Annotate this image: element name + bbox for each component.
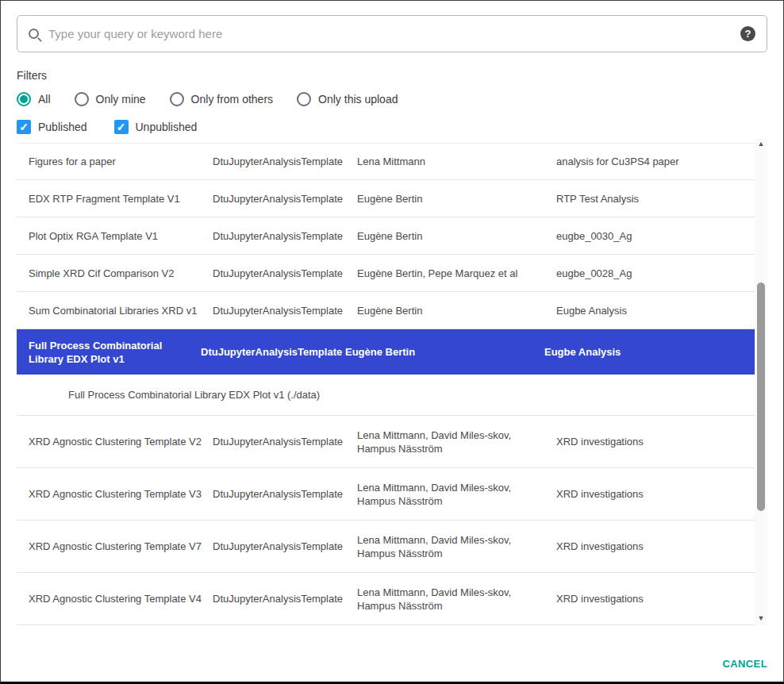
radio-label: Only mine (96, 93, 146, 106)
row-template: DtuJupyterAnalysisTemplate (201, 345, 345, 359)
radio-only-mine[interactable]: Only mine (75, 92, 146, 106)
row-name: XRD Agnostic Clustering Template V7 (17, 540, 213, 553)
entry-select-dialog: ? Filters All Only mine Only from others… (0, 0, 784, 684)
table-row[interactable]: XRD Agnostic Clustering Template V7 DtuJ… (17, 521, 755, 573)
row-upload: Eugbe Analysis (556, 304, 755, 317)
checkbox-checked-icon: ✓ (114, 120, 129, 134)
row-template: DtuJupyterAnalysisTemplate (213, 267, 357, 280)
checkbox-published[interactable]: ✓ Published (17, 120, 87, 134)
subrow-label: Full Process Combinatorial Library EDX P… (17, 389, 320, 401)
row-name: Full Process Combinatorial Library EDX P… (17, 339, 201, 366)
row-upload: analysis for Cu3PS4 paper (556, 155, 755, 168)
radio-all[interactable]: All (17, 92, 51, 106)
radio-label: Only from others (191, 93, 273, 106)
table-row[interactable]: Sum Combinatorial Libraries XRD v1 DtuJu… (17, 292, 755, 329)
row-name: Sum Combinatorial Libraries XRD v1 (17, 304, 213, 317)
search-icon (29, 29, 39, 39)
row-name: XRD Agnostic Clustering Template V2 (17, 435, 213, 448)
search-input[interactable] (48, 27, 731, 40)
row-authors: Lena Mittmann, David Miles-skov, Hampus … (357, 481, 556, 508)
checkbox-label: Unpublished (136, 121, 198, 133)
table-row[interactable]: XRD Agnostic Clustering Template V2 DtuJ… (17, 416, 755, 468)
row-upload: eugbe_0030_Ag (556, 229, 755, 243)
row-authors: Eugène Bertin (357, 192, 556, 206)
filter-checkbox-group: ✓ Published ✓ Unpublished (17, 120, 767, 134)
scroll-up-icon[interactable]: ▲ (755, 138, 767, 149)
row-template: DtuJupyterAnalysisTemplate (213, 192, 357, 206)
row-authors: Lena Mittmann, David Miles-skov, Hampus … (357, 428, 556, 455)
row-name: Figures for a paper (17, 155, 213, 168)
row-upload: XRD investigations (556, 540, 755, 553)
filter-radio-group: All Only mine Only from others Only this… (17, 92, 767, 106)
radio-label: Only this upload (318, 93, 398, 106)
radio-only-from-others[interactable]: Only from others (170, 92, 273, 106)
cancel-button[interactable]: CANCEL (722, 658, 767, 670)
search-box[interactable]: ? (17, 15, 767, 52)
row-template: DtuJupyterAnalysisTemplate (213, 540, 357, 553)
row-upload: XRD investigations (556, 592, 755, 605)
scrollbar[interactable]: ▲ ▼ (755, 138, 767, 625)
radio-unselected-icon (75, 92, 89, 106)
checkbox-unpublished[interactable]: ✓ Unpublished (114, 120, 198, 134)
filters-label: Filters (17, 69, 767, 82)
radio-label: All (38, 93, 51, 106)
row-authors: Eugène Bertin (345, 345, 544, 359)
row-authors: Eugène Bertin (357, 229, 556, 243)
row-name: EDX RTP Fragment Template V1 (17, 192, 213, 206)
row-name: Simple XRD Cif Comparison V2 (17, 267, 213, 280)
checkbox-label: Published (38, 121, 87, 133)
entries-table: Figures for a paper DtuJupyterAnalysisTe… (17, 143, 767, 625)
help-icon[interactable]: ? (740, 26, 755, 41)
table-row[interactable]: Plot Optix RGA Template V1 DtuJupyterAna… (17, 217, 755, 255)
row-authors: Lena Mittmann, David Miles-skov, Hampus … (357, 586, 556, 613)
table-row[interactable]: EDX RTP Fragment Template V1 DtuJupyterA… (17, 180, 755, 217)
row-upload: XRD investigations (556, 435, 755, 448)
checkbox-checked-icon: ✓ (17, 120, 31, 134)
row-authors: Lena Mittmann (357, 155, 556, 168)
radio-unselected-icon (170, 92, 184, 106)
row-name: XRD Agnostic Clustering Template V3 (17, 487, 213, 501)
dialog-footer: CANCEL (722, 656, 767, 671)
table-row[interactable]: XRD Agnostic Clustering Template V4 DtuJ… (17, 573, 755, 625)
row-authors: Lena Mittmann, David Miles-skov, Hampus … (357, 533, 556, 560)
table-row[interactable]: XRD Agnostic Clustering Template V3 DtuJ… (17, 468, 755, 521)
row-template: DtuJupyterAnalysisTemplate (213, 304, 357, 317)
row-template: DtuJupyterAnalysisTemplate (213, 155, 357, 168)
scrollbar-thumb[interactable] (757, 282, 765, 511)
row-upload: XRD investigations (556, 487, 755, 501)
table-row[interactable]: Figures for a paper DtuJupyterAnalysisTe… (17, 143, 755, 180)
row-template: DtuJupyterAnalysisTemplate (213, 435, 357, 448)
row-upload: Eugbe Analysis (544, 345, 755, 359)
table-row[interactable]: Simple XRD Cif Comparison V2 DtuJupyterA… (17, 255, 755, 292)
table-subrow[interactable]: Full Process Combinatorial Library EDX P… (17, 375, 755, 416)
radio-selected-icon (17, 92, 31, 106)
table-row-selected[interactable]: Full Process Combinatorial Library EDX P… (17, 329, 755, 375)
row-template: DtuJupyterAnalysisTemplate (213, 592, 357, 605)
row-authors: Eugène Bertin, Pepe Marquez et al (357, 267, 556, 280)
scroll-down-icon[interactable]: ▼ (755, 613, 767, 624)
row-template: DtuJupyterAnalysisTemplate (213, 487, 357, 501)
radio-unselected-icon (297, 92, 311, 106)
row-template: DtuJupyterAnalysisTemplate (213, 229, 357, 243)
row-name: XRD Agnostic Clustering Template V4 (17, 592, 213, 605)
row-name: Plot Optix RGA Template V1 (17, 229, 213, 243)
row-authors: Eugène Bertin (357, 304, 556, 317)
radio-only-this-upload[interactable]: Only this upload (297, 92, 398, 106)
row-upload: eugbe_0028_Ag (556, 267, 755, 280)
row-upload: RTP Test Analysis (556, 192, 755, 206)
